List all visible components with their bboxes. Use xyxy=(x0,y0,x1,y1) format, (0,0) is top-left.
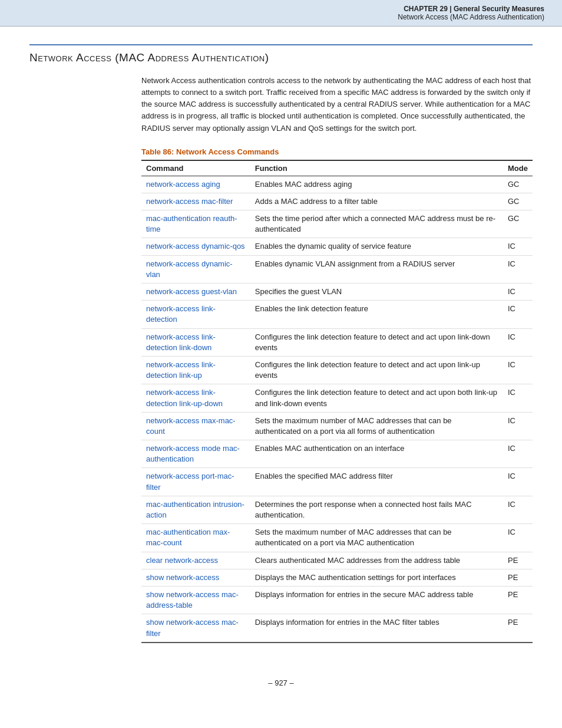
header-separator: | xyxy=(449,5,454,13)
table-cell-function: Enables MAC address aging xyxy=(250,176,503,193)
table-cell-function: Enables the link detection feature xyxy=(250,301,503,328)
table-cell-mode: PE xyxy=(503,569,533,586)
table-row: show network-access mac-address-tableDis… xyxy=(141,586,533,614)
table-cell-command[interactable]: network-access link-detection xyxy=(141,301,250,328)
table-cell-command[interactable]: network-access mac-filter xyxy=(141,193,250,210)
table-cell-command[interactable]: network-access dynamic-qos xyxy=(141,238,250,255)
table-cell-mode: IC xyxy=(503,356,533,384)
table-cell-command[interactable]: network-access aging xyxy=(141,176,250,193)
table-row: network-access mac-filterAdds a MAC addr… xyxy=(141,193,533,210)
table-cell-mode: IC xyxy=(503,284,533,301)
table-cell-command[interactable]: network-access guest-vlan xyxy=(141,284,250,301)
table-row: network-access mode mac-authenticationEn… xyxy=(141,440,533,468)
table-cell-function: Configures the link detection feature to… xyxy=(250,384,503,412)
table-cell-mode: IC xyxy=(503,412,533,440)
table-row: network-access guest-vlanSpecifies the g… xyxy=(141,284,533,301)
page-number: – 927 – xyxy=(268,678,293,687)
table-cell-command[interactable]: show network-access xyxy=(141,569,250,586)
table-cell-mode: IC xyxy=(503,384,533,412)
col-header-function: Function xyxy=(250,160,503,176)
page-header: Chapter 29 | General Security Measures N… xyxy=(0,0,562,27)
chapter-line: Chapter 29 | General Security Measures xyxy=(0,5,544,13)
table-row: mac-authentication max-mac-countSets the… xyxy=(141,524,533,552)
table-cell-mode: GC xyxy=(503,176,533,193)
table-cell-mode: IC xyxy=(503,440,533,468)
table-row: network-access dynamic-vlanEnables dynam… xyxy=(141,255,533,283)
table-row: network-access link-detection link-downC… xyxy=(141,328,533,356)
header-sub-title: Network Access (MAC Address Authenticati… xyxy=(0,13,544,21)
table-row: network-access port-mac-filterEnables th… xyxy=(141,468,533,496)
table-cell-function: Enables the dynamic quality of service f… xyxy=(250,238,503,255)
table-cell-mode: PE xyxy=(503,552,533,569)
section-body-text: Network Access authentication controls a… xyxy=(141,75,533,134)
table-cell-mode: PE xyxy=(503,586,533,614)
table-cell-function: Determines the port response when a conn… xyxy=(250,496,503,523)
table-row: network-access link-detectionEnables the… xyxy=(141,301,533,328)
table-cell-mode: IC xyxy=(503,255,533,283)
table-cell-mode: IC xyxy=(503,468,533,496)
table-cell-function: Sets the maximum number of MAC addresses… xyxy=(250,412,503,440)
table-cell-function: Sets the maximum number of MAC addresses… xyxy=(250,524,503,552)
table-cell-mode: GC xyxy=(503,210,533,238)
table-cell-function: Displays information for entries in the … xyxy=(250,614,503,643)
table-cell-function: Displays information for entries in the … xyxy=(250,586,503,614)
chapter-number: 29 xyxy=(440,5,448,13)
table-cell-function: Clears authenticated MAC addresses from … xyxy=(250,552,503,569)
chapter-title: General Security Measures xyxy=(454,5,544,13)
col-header-command: Command xyxy=(141,160,250,176)
table-cell-function: Configures the link detection feature to… xyxy=(250,328,503,356)
table-cell-mode: IC xyxy=(503,238,533,255)
table-cell-mode: IC xyxy=(503,301,533,328)
table-cell-command[interactable]: mac-authentication reauth-time xyxy=(141,210,250,238)
section-title-block: Network Access (MAC Address Authenticati… xyxy=(29,44,533,64)
table-row: clear network-accessClears authenticated… xyxy=(141,552,533,569)
table-row: network-access dynamic-qosEnables the dy… xyxy=(141,238,533,255)
table-cell-command[interactable]: network-access dynamic-vlan xyxy=(141,255,250,283)
section-heading: Network Access (MAC Address Authenticati… xyxy=(29,51,533,64)
table-cell-mode: IC xyxy=(503,328,533,356)
table-cell-function: Enables MAC authentication on an interfa… xyxy=(250,440,503,468)
table-cell-mode: IC xyxy=(503,496,533,523)
table-title: Table 86: Network Access Commands xyxy=(141,147,533,156)
table-row: network-access max-mac-countSets the max… xyxy=(141,412,533,440)
table-cell-command[interactable]: network-access port-mac-filter xyxy=(141,468,250,496)
table-cell-command[interactable]: network-access max-mac-count xyxy=(141,412,250,440)
section-title-suffix: (MAC Address Authentication) xyxy=(115,51,269,64)
table-cell-command[interactable]: show network-access mac-filter xyxy=(141,614,250,643)
table-row: show network-access mac-filterDisplays i… xyxy=(141,614,533,643)
table-cell-command[interactable]: network-access link-detection link-up xyxy=(141,356,250,384)
table-cell-function: Sets the time period after which a conne… xyxy=(250,210,503,238)
page-footer: – 927 – xyxy=(0,667,562,693)
table-row: mac-authentication intrusion-actionDeter… xyxy=(141,496,533,523)
commands-table: Command Function Mode network-access agi… xyxy=(141,160,533,643)
table-cell-function: Enables dynamic VLAN assignment from a R… xyxy=(250,255,503,283)
table-row: show network-accessDisplays the MAC auth… xyxy=(141,569,533,586)
table-cell-function: Displays the MAC authentication settings… xyxy=(250,569,503,586)
table-cell-command[interactable]: clear network-access xyxy=(141,552,250,569)
table-header-row: Command Function Mode xyxy=(141,160,533,176)
table-cell-mode: IC xyxy=(503,524,533,552)
table-row: network-access link-detection link-upCon… xyxy=(141,356,533,384)
section-title-prefix: Network Access xyxy=(29,51,111,64)
table-cell-function: Enables the specified MAC address filter xyxy=(250,468,503,496)
table-cell-mode: PE xyxy=(503,614,533,643)
table-cell-mode: GC xyxy=(503,193,533,210)
col-header-mode: Mode xyxy=(503,160,533,176)
table-cell-function: Configures the link detection feature to… xyxy=(250,356,503,384)
table-row: network-access agingEnables MAC address … xyxy=(141,176,533,193)
table-cell-command[interactable]: mac-authentication intrusion-action xyxy=(141,496,250,523)
table-cell-command[interactable]: network-access link-detection link-down xyxy=(141,328,250,356)
table-cell-function: Specifies the guest VLAN xyxy=(250,284,503,301)
table-cell-command[interactable]: network-access link-detection link-up-do… xyxy=(141,384,250,412)
table-cell-command[interactable]: network-access mode mac-authentication xyxy=(141,440,250,468)
table-row: mac-authentication reauth-timeSets the t… xyxy=(141,210,533,238)
table-cell-function: Adds a MAC address to a filter table xyxy=(250,193,503,210)
chapter-label: Chapter xyxy=(404,5,438,13)
table-cell-command[interactable]: mac-authentication max-mac-count xyxy=(141,524,250,552)
table-row: network-access link-detection link-up-do… xyxy=(141,384,533,412)
page-content: Network Access (MAC Address Authenticati… xyxy=(0,27,562,667)
table-cell-command[interactable]: show network-access mac-address-table xyxy=(141,586,250,614)
